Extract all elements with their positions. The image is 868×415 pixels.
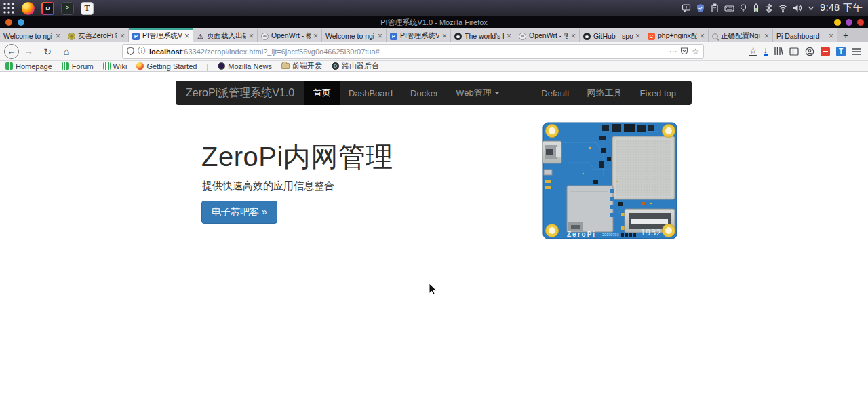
site-nav-links: 首页 DashBoard Docker Web管理 — [304, 81, 509, 105]
folder-icon — [281, 63, 290, 69]
tab-close-icon[interactable]: × — [700, 32, 705, 40]
tab-favicon-github — [454, 33, 462, 40]
typora-icon[interactable]: T — [81, 2, 94, 15]
tab-close-icon[interactable]: × — [635, 32, 640, 40]
firefox-icon[interactable] — [22, 2, 35, 15]
menu-hamburger-icon[interactable] — [852, 47, 861, 56]
tab-close-icon[interactable]: × — [56, 32, 60, 40]
maximize-button[interactable] — [846, 19, 852, 26]
reload-button[interactable]: ↻ — [41, 46, 54, 57]
tab-close-icon[interactable]: × — [378, 32, 382, 40]
back-button[interactable]: ← — [4, 44, 19, 59]
sidebar-toggle-icon[interactable] — [789, 47, 799, 56]
desktop-top-panel: IJ > T — [0, 0, 868, 16]
browser-tab[interactable]: The world's l × — [451, 28, 515, 42]
friendlyarm-icon — [5, 62, 13, 70]
bookmark-router-admin[interactable]: 路由器后台 — [332, 61, 379, 71]
library-icon[interactable] — [774, 47, 783, 56]
browser-tab[interactable]: ⚠ 页面载入出错 × — [193, 28, 258, 42]
board-code-text: 1932 — [640, 227, 661, 237]
bookmark-star-icon[interactable]: ☆ — [692, 47, 699, 56]
nav-link-docker[interactable]: Docker — [401, 81, 447, 105]
notification-icon[interactable] — [682, 3, 691, 13]
bookmark-mozilla-news[interactable]: Mozilla News — [218, 62, 272, 71]
tab-close-icon[interactable]: × — [829, 32, 833, 40]
site-brand[interactable]: ZeroPi派管理系统V1.0 — [176, 81, 304, 105]
bookmarks-separator: | — [206, 62, 208, 71]
tab-close-icon[interactable]: × — [764, 32, 769, 40]
nav-link-dashboard[interactable]: DashBoard — [340, 81, 401, 105]
echipbk-button[interactable]: 电子芯吧客 » — [201, 201, 277, 224]
shield-icon[interactable] — [696, 3, 705, 13]
bookmark-homepage[interactable]: Homepage — [5, 62, 52, 71]
new-tab-button[interactable]: + — [837, 28, 854, 42]
clock[interactable]: 9:48 下午 — [820, 2, 863, 14]
battery-icon[interactable] — [752, 3, 760, 13]
browser-tab[interactable]: OpenWrt - 概 × — [258, 28, 322, 42]
url-text[interactable]: localhost:63342/zeropi/index.html?_ijt=6… — [149, 47, 665, 56]
browser-tab[interactable]: C php+nginx配 × — [644, 28, 709, 42]
forward-button[interactable]: → — [22, 46, 35, 56]
browser-tab[interactable]: P PI管理系统V1 × — [387, 28, 451, 42]
site-navbar: ZeroPi派管理系统V1.0 首页 DashBoard Docker Web管… — [176, 81, 692, 105]
browser-tab[interactable]: Welcome to ngi × — [0, 28, 64, 42]
tab-close-icon[interactable]: × — [313, 32, 318, 40]
zeropi-board-image: ZeroPi 20190703 1932 — [542, 121, 678, 241]
volume-icon[interactable] — [793, 3, 802, 13]
tab-title: The world's l — [465, 32, 504, 40]
nav-link-home[interactable]: 首页 — [304, 81, 340, 105]
pocket-icon[interactable] — [680, 45, 688, 58]
bookmark-getting-started[interactable]: Getting Started — [136, 62, 197, 71]
browser-tab[interactable]: OpenWrt - 管 × — [515, 28, 580, 42]
home-button[interactable]: ⌂ — [60, 45, 73, 57]
extension-t-icon[interactable]: T — [836, 47, 846, 56]
chevron-down-icon[interactable] — [807, 4, 815, 12]
close-button[interactable] — [857, 19, 864, 26]
clipboard-icon[interactable] — [710, 3, 719, 13]
bookmark-frontend-folder[interactable]: 前端开发 — [281, 61, 322, 71]
browser-tab[interactable]: 友善ZeroPi 制 × — [64, 28, 129, 42]
tab-close-icon[interactable]: × — [442, 32, 447, 40]
tab-close-icon[interactable]: × — [571, 32, 576, 40]
browser-tab[interactable]: Pi Dashboard × — [773, 28, 837, 42]
friendlyarm-icon — [103, 62, 111, 70]
bookmark-wiki[interactable]: Wiki — [103, 62, 127, 71]
url-bar[interactable]: ⓘ localhost:63342/zeropi/index.html?_ijt… — [122, 44, 704, 59]
keyboard-icon[interactable] — [724, 3, 734, 13]
tab-favicon-pi-app: P — [390, 33, 397, 40]
nav-link-web-admin[interactable]: Web管理 — [447, 81, 509, 105]
account-icon[interactable] — [805, 47, 814, 56]
tab-title: 友善ZeroPi 制 — [78, 31, 117, 41]
bookmark-forum[interactable]: Forum — [62, 62, 94, 71]
window-titlebar: PI管理系统V1.0 - Mozilla Firefox — [0, 16, 868, 28]
terminal-icon[interactable]: > — [61, 2, 74, 15]
tab-close-icon[interactable]: × — [120, 32, 125, 40]
firefox-bookmark-icon — [136, 62, 144, 70]
nav-link-network-tools[interactable]: 网络工具 — [578, 81, 631, 105]
page-subtitle: 提供快速高效的应用信息整合 — [202, 180, 334, 193]
router-globe-icon — [332, 62, 339, 70]
nav-link-default[interactable]: Default — [532, 81, 578, 105]
tab-close-icon[interactable]: × — [184, 32, 189, 40]
bulb-icon[interactable] — [739, 3, 747, 13]
tab-title: OpenWrt - 管 — [529, 31, 568, 41]
tab-close-icon[interactable]: × — [507, 32, 511, 40]
site-info-icon[interactable]: ⓘ — [138, 45, 146, 57]
extension-star-icon[interactable]: ☆ — [749, 47, 757, 56]
app-grid-icon[interactable] — [2, 2, 15, 15]
nav-link-fixed-top[interactable]: Fixed top — [631, 81, 685, 105]
browser-tab[interactable]: GitHub - spo × — [580, 28, 644, 42]
downloads-icon[interactable]: ↓ — [764, 47, 768, 56]
browser-tab[interactable]: Welcome to ngi × — [322, 28, 387, 42]
tracking-shield-icon[interactable] — [127, 45, 134, 58]
intellij-icon[interactable]: IJ — [41, 2, 54, 15]
page-actions-icon[interactable]: ⋯ — [669, 47, 677, 56]
browser-tab-active[interactable]: P PI管理系统V1 × — [129, 28, 193, 42]
bluetooth-icon[interactable] — [765, 3, 773, 13]
wifi-icon[interactable] — [778, 3, 788, 13]
extension-red-icon[interactable] — [821, 47, 830, 56]
tab-close-icon[interactable]: × — [249, 32, 254, 40]
globe-icon — [218, 62, 225, 70]
minimize-button[interactable] — [834, 19, 841, 26]
browser-tab[interactable]: 正确配置Ngi × — [709, 28, 773, 42]
